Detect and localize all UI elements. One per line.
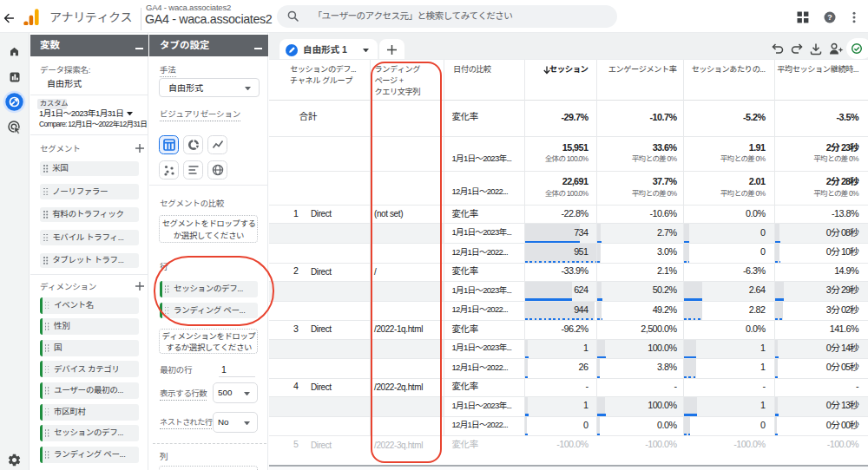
svg-text:?: ? <box>827 13 832 22</box>
